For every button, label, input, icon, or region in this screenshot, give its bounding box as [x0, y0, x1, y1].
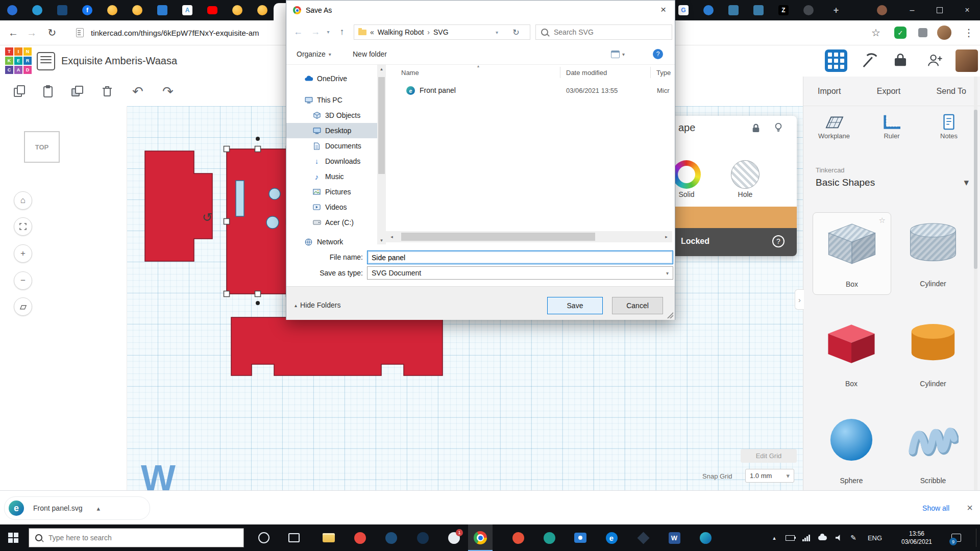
scrollbar-thumb[interactable] [401, 233, 595, 241]
sidebar-item-videos[interactable]: Videos [286, 199, 377, 215]
taskbar-search-input[interactable] [47, 533, 223, 542]
forward-button[interactable]: → [23, 20, 40, 45]
sidebar-item-3d-objects[interactable]: 3D Objects [286, 108, 377, 123]
word-icon[interactable]: W [668, 531, 681, 544]
zoom-in-button[interactable]: + [14, 244, 32, 263]
breadcrumb-collapsed[interactable]: « [370, 28, 374, 36]
save-button[interactable]: Save [547, 297, 603, 314]
filename-input[interactable] [367, 251, 673, 264]
tab-app-dark[interactable] [803, 5, 814, 15]
shape-tile-scribble[interactable]: Scribble [894, 409, 972, 491]
view-mode-button[interactable]: ▾ [611, 43, 625, 65]
add-user-icon[interactable] [924, 49, 946, 72]
zoom-out-button[interactable]: − [14, 271, 32, 290]
browser-profile-icon[interactable] [877, 5, 887, 15]
app-teal-icon[interactable] [543, 531, 556, 544]
profile-avatar[interactable] [936, 20, 952, 45]
download-bar-close-button[interactable]: × [967, 491, 973, 525]
window-minimize-button[interactable]: – [900, 0, 924, 20]
column-header-name[interactable]: Name [401, 65, 419, 80]
help-button[interactable]: ? [653, 49, 663, 59]
scroll-left-icon[interactable]: ◂ [387, 233, 396, 241]
tray-expand-chevron[interactable]: ▴ [768, 524, 780, 551]
show-desktop-divider[interactable] [976, 529, 976, 547]
dialog-titlebar[interactable]: Save As × [286, 1, 675, 20]
fit-view-button[interactable] [14, 217, 32, 236]
sidebar-item-desktop[interactable]: Desktop [286, 123, 377, 138]
sidebar-item-acer-c[interactable]: Acer (C:) [286, 215, 377, 230]
address-bar[interactable]: tinkercad.com/things/6kEpW7fENxY-exquisi… [91, 20, 259, 45]
download-item[interactable]: e Front panel.svg ▴ [4, 496, 150, 520]
red-panel-shape[interactable] [231, 317, 443, 375]
export-button[interactable]: Export [877, 87, 900, 96]
file-explorer-icon[interactable] [322, 531, 335, 544]
chrome-icon[interactable] [474, 531, 487, 544]
snap-grid-select[interactable]: 1.0 mm ▾ [745, 469, 794, 483]
sidebar-item-onedrive[interactable]: OneDrive [286, 71, 377, 86]
browser-menu-icon[interactable]: ⋮ [961, 20, 977, 45]
tab-app-steel[interactable] [753, 5, 764, 15]
red-panel-shape[interactable] [145, 151, 212, 261]
notes-tool[interactable]: Notes [926, 113, 972, 140]
notification-center-icon[interactable]: 9 [947, 524, 965, 551]
file-list-item[interactable]: e Front panel 03/06/2021 13:55 Micr [386, 83, 672, 98]
breadcrumb[interactable]: « Walking Robot › SVG ▾ [354, 24, 503, 40]
shape-tile-box-locked[interactable]: ☆ Box [813, 212, 891, 295]
tab-app-teal[interactable] [157, 5, 167, 15]
site-info-icon[interactable] [71, 20, 88, 45]
rotate-handle-icon[interactable]: ↺ [202, 210, 212, 224]
sidebar-item-documents[interactable]: Documents [286, 138, 377, 154]
taskbar-search[interactable] [29, 528, 244, 547]
app-dark-icon[interactable] [636, 531, 650, 544]
panel-slot-hole[interactable] [236, 181, 244, 216]
duplicate-button[interactable] [70, 84, 86, 99]
pen-icon[interactable]: ✎ [847, 524, 860, 551]
hole-swatch[interactable] [731, 160, 760, 189]
undo-button[interactable]: ↶ [130, 84, 145, 99]
window-close-button[interactable]: × [955, 0, 979, 20]
battery-icon[interactable] [783, 524, 797, 551]
tab-app-z[interactable]: Z [778, 5, 789, 15]
extension-check-icon[interactable]: ✓ [892, 20, 909, 45]
tab-app-blue2[interactable] [32, 5, 42, 15]
organize-menu[interactable]: Organize▾ [297, 43, 331, 65]
scroll-down-icon[interactable]: ▾ [377, 236, 386, 244]
new-tab-button[interactable]: + [831, 5, 841, 15]
tab-emoji[interactable] [107, 5, 117, 15]
start-button[interactable] [8, 533, 18, 543]
new-folder-button[interactable]: New folder [353, 43, 387, 65]
breadcrumb-folder[interactable]: Walking Robot [378, 28, 424, 36]
send-to-button[interactable]: Send To [937, 87, 966, 96]
scrollbar-thumb[interactable] [378, 77, 385, 174]
design-menu-icon[interactable] [37, 52, 55, 70]
scroll-up-icon[interactable]: ▴ [377, 65, 386, 73]
lightbulb-icon[interactable] [774, 122, 783, 135]
panel-collapse-button[interactable]: › [795, 289, 804, 310]
dialog-back-button[interactable]: ← [290, 20, 306, 43]
briefcase-icon[interactable] [889, 49, 912, 72]
shape-tile-cylinder-locked[interactable]: Cylinder [894, 212, 972, 294]
column-header-type[interactable]: Type [656, 65, 671, 80]
camera-app-icon[interactable] [574, 531, 587, 544]
breadcrumb-folder[interactable]: SVG [433, 28, 449, 36]
scroll-right-icon[interactable]: ▸ [662, 233, 671, 241]
tab-google[interactable]: G [678, 5, 689, 15]
tab-facebook[interactable]: f [82, 5, 92, 15]
search-input[interactable] [553, 28, 657, 37]
resize-grip[interactable] [667, 312, 673, 318]
chevron-down-icon[interactable]: ▾ [496, 30, 498, 35]
lock-icon[interactable] [751, 123, 761, 135]
tab-app-navy[interactable] [57, 5, 67, 15]
dashboard-grid-icon[interactable] [825, 49, 847, 72]
tab-app-blue[interactable] [7, 5, 17, 15]
hide-folders-button[interactable]: ▴ Hide Folders [295, 301, 340, 309]
back-button[interactable]: ← [5, 20, 21, 45]
onedrive-tray-icon[interactable] [816, 524, 829, 551]
shape-tile-box[interactable]: Box [813, 312, 890, 394]
workplane-toggle-button[interactable] [14, 297, 32, 316]
sidebar-item-network[interactable]: Network [286, 234, 377, 249]
column-divider[interactable] [560, 67, 560, 78]
shape-tile-cylinder[interactable]: Cylinder [894, 312, 972, 394]
view-cube-top[interactable]: TOP [24, 131, 60, 163]
sidebar-item-music[interactable]: ♪ Music [286, 169, 377, 184]
